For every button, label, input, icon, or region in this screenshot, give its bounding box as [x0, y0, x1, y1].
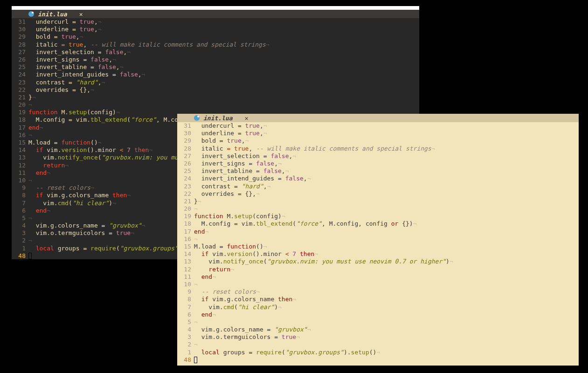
code-line[interactable]: end¬ — [194, 228, 579, 235]
code-line[interactable]: invert_selection = false,¬ — [28, 48, 419, 56]
code-line[interactable]: overrides = {},¬ — [28, 86, 419, 94]
code-line[interactable]: ¬ — [194, 318, 579, 326]
code-line[interactable]: italic = true, -- will make italic comme… — [28, 41, 419, 48]
code-line[interactable]: vim.g.colors_name = "gruvbox"¬ — [194, 326, 579, 333]
code-line[interactable]: end¬ — [194, 311, 579, 318]
gutter-dark: 3130292827262524232221201918171615141312… — [12, 18, 28, 259]
code-line[interactable]: if vim.version().minor < 7 then¬ — [194, 250, 579, 258]
code-line[interactable]: }¬ — [28, 94, 419, 101]
tab-close-light[interactable]: ✕ — [245, 115, 249, 122]
editor-light[interactable]: init.lua ✕ 31302928272625242322212019181… — [177, 114, 579, 366]
code-line[interactable]: invert_intend_guides = false,¬ — [28, 71, 419, 78]
code-line[interactable]: vim.notify_once("gruvbox.nvim: you must … — [194, 258, 579, 265]
gutter-light: 3130292827262524232221201918171615141312… — [177, 122, 194, 364]
code-line[interactable]: return¬ — [194, 266, 579, 273]
tab-bar-light: init.lua ✕ — [177, 114, 579, 122]
code-line[interactable]: invert_tabline = false,¬ — [194, 167, 579, 175]
lua-icon — [28, 11, 34, 17]
code-area-light[interactable]: 3130292827262524232221201918171615141312… — [177, 122, 579, 364]
lua-icon — [194, 115, 200, 121]
code-line[interactable]: -- reset colors¬ — [194, 288, 579, 296]
code-line[interactable]: bold = true,¬ — [28, 33, 419, 41]
code-line[interactable]: if vim.g.colors_name then¬ — [194, 296, 579, 303]
code-line[interactable]: invert_selection = false,¬ — [194, 152, 579, 160]
tab-filename-light[interactable]: init.lua — [203, 115, 233, 122]
code-line[interactable]: function M.setup(config)¬ — [194, 213, 579, 220]
code-line[interactable]: M.config = vim.tbl_extend("force", M.con… — [194, 220, 579, 228]
tab-close-dark[interactable]: ✕ — [79, 11, 83, 18]
code-line[interactable]: underline = true,¬ — [194, 130, 579, 137]
code-line[interactable]: undercurl = true,¬ — [28, 18, 419, 26]
tab-bar-dark: init.lua ✕ — [12, 10, 419, 18]
code-line[interactable]: vim.o.termguicolors = true¬ — [194, 333, 579, 341]
code-line[interactable]: undercurl = true,¬ — [194, 122, 579, 130]
code-line[interactable]: invert_tabline = false,¬ — [28, 63, 419, 71]
code-line[interactable]: italic = true, -- will make italic comme… — [194, 145, 579, 152]
code-lines-light[interactable]: undercurl = true,¬ underline = true,¬ bo… — [194, 122, 579, 364]
code-line[interactable]: overrides = {},¬ — [194, 190, 579, 198]
code-line[interactable]: M.load = function()¬ — [194, 243, 579, 250]
code-line[interactable]: ¬ — [194, 205, 579, 213]
code-line[interactable]: local groups = require("gruvbox.groups")… — [194, 349, 579, 356]
code-line[interactable]: ¬ — [28, 101, 419, 109]
code-line[interactable]: }¬ — [194, 198, 579, 205]
code-line[interactable]: ¬ — [194, 281, 579, 288]
code-line[interactable]: bold = true,¬ — [194, 137, 579, 145]
cursor — [28, 253, 32, 259]
code-line[interactable]: invert_signs = false,¬ — [194, 160, 579, 167]
code-line[interactable]: ¬ — [194, 341, 579, 348]
code-line[interactable]: ¬ — [194, 235, 579, 243]
tab-filename-dark[interactable]: init.lua — [38, 11, 67, 18]
code-line[interactable]: invert_signs = false,¬ — [28, 56, 419, 63]
code-line[interactable] — [194, 356, 579, 364]
code-line[interactable]: end¬ — [194, 273, 579, 281]
code-line[interactable]: vim.cmd("hi clear")¬ — [194, 304, 579, 311]
cursor — [194, 357, 197, 363]
code-line[interactable]: contrast = "hard",¬ — [28, 79, 419, 86]
code-line[interactable]: underline = true,¬ — [28, 26, 419, 33]
code-line[interactable]: invert_intend_guides = false,¬ — [194, 175, 579, 182]
code-line[interactable]: contrast = "hard",¬ — [194, 183, 579, 190]
